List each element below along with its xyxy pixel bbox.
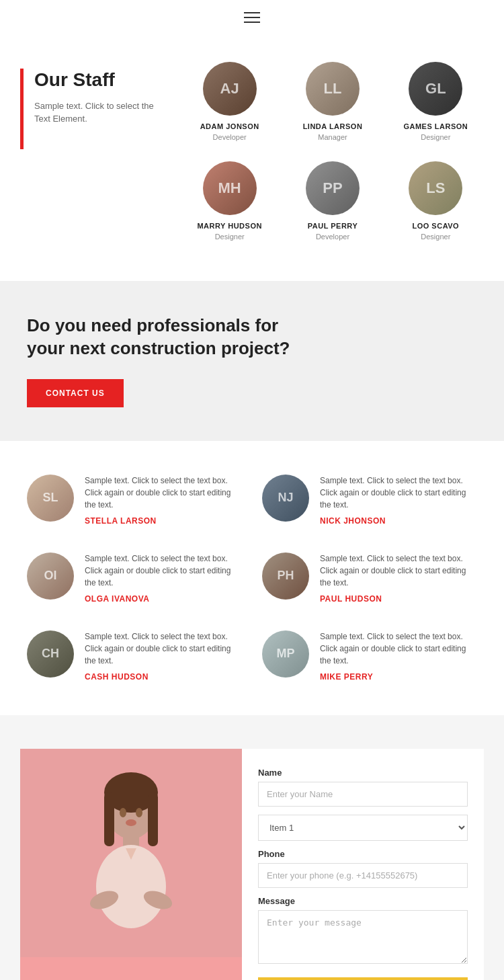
staff-avatar-initials: PP (306, 161, 360, 215)
staff-avatar-initials: LL (306, 62, 360, 116)
team-avatar-initials: NJ (262, 475, 309, 522)
staff-avatar: LL (306, 62, 360, 116)
message-label: Message (258, 896, 468, 906)
team-info: Sample text. Click to select the text bo… (85, 630, 242, 682)
staff-card: GL GAMES LARSON Designer (388, 62, 484, 141)
staff-avatar: LS (409, 161, 462, 215)
team-avatar-initials: MP (262, 630, 309, 678)
staff-card: MH MARRY HUDSON Designer (181, 161, 278, 241)
staff-member-name: LOO SCAVO (388, 222, 484, 230)
team-member-name: MIKE PERRY (320, 672, 477, 682)
svg-rect-3 (148, 792, 158, 846)
staff-intro: Our Staff Sample text. Click to select t… (20, 62, 168, 241)
staff-avatar-initials: AJ (203, 62, 257, 116)
staff-avatar-initials: LS (409, 161, 462, 215)
staff-member-name: PAUL PERRY (284, 222, 380, 230)
staff-member-role: Manager (284, 133, 380, 141)
staff-title: Our Staff (34, 69, 168, 91)
team-member-name: CASH HUDSON (85, 672, 242, 682)
staff-grid: AJ ADAM JONSON Developer LL LINDA LARSON… (181, 62, 484, 241)
team-member-name: NICK JHONSON (320, 516, 477, 526)
team-description: Sample text. Click to select the text bo… (85, 475, 242, 511)
team-member-name: OLGA IVANOVA (85, 594, 242, 604)
staff-avatar: GL (409, 62, 462, 116)
name-label: Name (258, 768, 468, 778)
svg-point-10 (136, 808, 142, 817)
svg-point-11 (126, 819, 136, 826)
team-description: Sample text. Click to select the text bo… (85, 630, 242, 667)
team-avatar-initials: OI (27, 553, 74, 600)
staff-member-name: ADAM JONSON (181, 122, 278, 130)
phone-input[interactable] (258, 863, 468, 888)
team-list-section: SL Sample text. Click to select the text… (0, 441, 504, 715)
staff-member-name: LINDA LARSON (284, 122, 380, 130)
staff-member-role: Designer (388, 233, 484, 241)
team-avatar-initials: PH (262, 553, 309, 600)
team-info: Sample text. Click to select the text bo… (320, 630, 477, 682)
team-description: Sample text. Click to select the text bo… (320, 475, 477, 511)
team-member-name: PAUL HUDSON (320, 594, 477, 604)
staff-card: LL LINDA LARSON Manager (284, 62, 380, 141)
hamburger-line-2 (244, 17, 260, 18)
hamburger-line-1 (244, 12, 260, 13)
cta-banner: Do you need professionals for your next … (0, 281, 504, 441)
contact-inner: Name Item 1 Item 2 Item 3 Phone Message … (20, 749, 484, 980)
red-accent-bar (20, 69, 24, 149)
staff-card: AJ ADAM JONSON Developer (181, 62, 278, 141)
team-avatar-initials: CH (27, 630, 74, 678)
team-member: SL Sample text. Click to select the text… (27, 475, 242, 526)
team-avatar: NJ (262, 475, 309, 522)
team-description: Sample text. Click to select the text bo… (320, 553, 477, 589)
team-member: MP Sample text. Click to select the text… (262, 630, 477, 682)
name-input[interactable] (258, 782, 468, 807)
team-avatar: OI (27, 553, 74, 600)
staff-card: PP PAUL PERRY Developer (284, 161, 380, 241)
team-member: OI Sample text. Click to select the text… (27, 553, 242, 604)
staff-avatar: MH (203, 161, 257, 215)
team-avatar: MP (262, 630, 309, 678)
staff-avatar: AJ (203, 62, 257, 116)
hamburger-line-3 (244, 22, 260, 23)
top-navigation (0, 0, 504, 35)
person-illustration (71, 769, 192, 957)
svg-point-9 (120, 808, 126, 817)
team-member-name: STELLA LARSON (85, 516, 242, 526)
team-avatar: PH (262, 553, 309, 600)
phone-label: Phone (258, 849, 468, 859)
contact-us-button[interactable]: CONTACT US (27, 379, 124, 407)
team-info: Sample text. Click to select the text bo… (85, 475, 242, 526)
svg-rect-2 (104, 792, 114, 846)
team-member: NJ Sample text. Click to select the text… (262, 475, 477, 526)
team-info: Sample text. Click to select the text bo… (85, 553, 242, 604)
team-avatar: SL (27, 475, 74, 522)
staff-avatar: PP (306, 161, 360, 215)
staff-member-role: Designer (181, 233, 278, 241)
staff-member-name: GAMES LARSON (388, 122, 484, 130)
staff-member-name: MARRY HUDSON (181, 222, 278, 230)
item-select[interactable]: Item 1 Item 2 Item 3 (258, 815, 468, 841)
contact-section: Name Item 1 Item 2 Item 3 Phone Message … (0, 715, 504, 980)
team-description: Sample text. Click to select the text bo… (85, 553, 242, 589)
submit-button[interactable]: SUBMIT (258, 977, 468, 980)
staff-member-role: Developer (181, 133, 278, 141)
staff-section: Our Staff Sample text. Click to select t… (0, 35, 504, 281)
team-member: PH Sample text. Click to select the text… (262, 553, 477, 604)
contact-image (20, 749, 242, 980)
cta-heading: Do you need professionals for your next … (27, 315, 309, 360)
message-textarea[interactable] (258, 910, 468, 964)
team-info: Sample text. Click to select the text bo… (320, 475, 477, 526)
contact-photo-bg (20, 749, 242, 957)
team-avatar: CH (27, 630, 74, 678)
team-grid: SL Sample text. Click to select the text… (27, 475, 477, 682)
team-info: Sample text. Click to select the text bo… (320, 553, 477, 604)
staff-member-role: Developer (284, 233, 380, 241)
staff-card: LS LOO SCAVO Designer (388, 161, 484, 241)
hamburger-menu[interactable] (244, 12, 260, 23)
staff-subtitle: Sample text. Click to select the Text El… (34, 99, 168, 126)
team-member: CH Sample text. Click to select the text… (27, 630, 242, 682)
contact-form: Name Item 1 Item 2 Item 3 Phone Message … (242, 749, 484, 980)
staff-member-role: Designer (388, 133, 484, 141)
team-description: Sample text. Click to select the text bo… (320, 630, 477, 667)
staff-avatar-initials: MH (203, 161, 257, 215)
staff-avatar-initials: GL (409, 62, 462, 116)
